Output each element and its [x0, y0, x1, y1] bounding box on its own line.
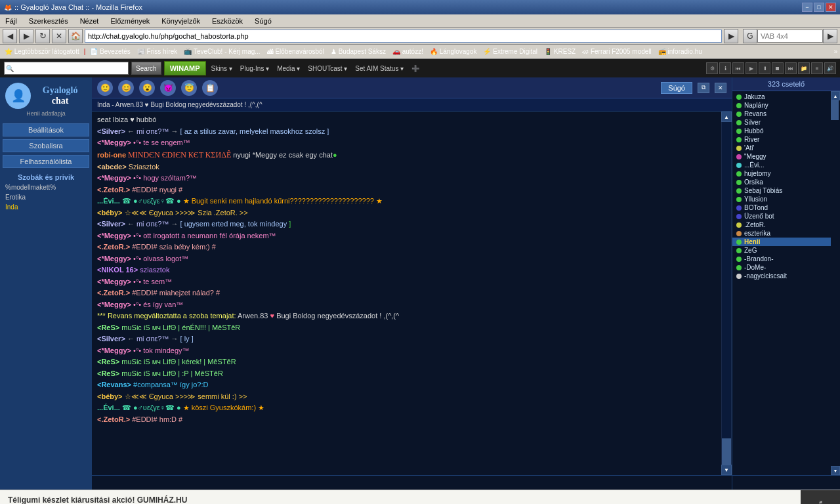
sidebar-sub-erotika[interactable]: Erotika: [0, 192, 92, 202]
chat-scrollbar[interactable]: ▲ ▼: [721, 112, 732, 475]
reload-button[interactable]: ↻: [35, 29, 50, 43]
chat-close-icon[interactable]: ✕: [715, 83, 726, 93]
sidebar-sub-inda[interactable]: Inda: [0, 202, 92, 212]
chat-icon-5[interactable]: 😇: [181, 80, 197, 96]
sidebar-item-userlist[interactable]: Felhasználólista: [3, 155, 89, 168]
winamp-vol[interactable]: 🔊: [824, 62, 836, 74]
bookmark-budapest[interactable]: ♟ Budapest Sáksz: [329, 47, 388, 56]
users-filter-input[interactable]: [732, 476, 840, 490]
users-scroll-thumb[interactable]: [831, 100, 839, 120]
user-item[interactable]: River: [732, 135, 831, 144]
user-item[interactable]: -DoMe-: [732, 263, 831, 272]
bookmark-inforadio[interactable]: 📻 inforadio.hu: [656, 47, 704, 56]
back-button[interactable]: ◀: [3, 29, 17, 43]
sidebar-sub-modell[interactable]: %modellmakett%: [0, 182, 92, 192]
help-button[interactable]: Súgó: [661, 82, 692, 94]
winamp-skins[interactable]: Skins ▾: [209, 65, 235, 72]
menu-edit[interactable]: Szerkesztés: [26, 16, 71, 26]
forward-button[interactable]: ▶: [19, 29, 33, 43]
users-scroll-down[interactable]: ▼: [831, 466, 840, 475]
menu-view[interactable]: Nézet: [77, 16, 102, 26]
winamp-settings-icon[interactable]: ⚙: [706, 62, 718, 74]
user-item[interactable]: Yllusion: [732, 195, 831, 203]
bookmark-kresz[interactable]: 🚦 KRESZ: [542, 47, 578, 56]
bookmark-ferrari[interactable]: 🏎 Ferrari F2005 modell: [580, 47, 654, 56]
sidebar-item-settings[interactable]: Beállítások: [3, 123, 89, 136]
winamp-eq[interactable]: ≡: [811, 62, 823, 74]
winamp-stop[interactable]: ⏹: [772, 62, 784, 74]
user-item[interactable]: 'Ati': [732, 144, 831, 152]
menu-history[interactable]: Előzmények: [108, 16, 152, 26]
bookmark-extreme[interactable]: ⚡ Extreme Digital: [481, 47, 539, 56]
user-item[interactable]: ...Évi...: [732, 161, 831, 169]
menu-bookmarks[interactable]: Könyvjelzők: [159, 16, 203, 26]
winamp-media[interactable]: Media ▾: [274, 65, 303, 72]
user-item[interactable]: -nagyciciscsait: [732, 272, 831, 280]
scroll-thumb[interactable]: [722, 438, 731, 465]
winamp-open[interactable]: 📁: [798, 62, 810, 74]
scroll-down-button[interactable]: ▼: [721, 465, 732, 475]
winamp-play[interactable]: ▶: [746, 62, 757, 74]
winamp-plugins[interactable]: Plug-Ins ▾: [238, 65, 272, 72]
bookmark-autozzo[interactable]: 🚗 autózz!: [390, 47, 425, 56]
winamp-shoutcast[interactable]: SHOUTcast ▾: [305, 65, 350, 72]
winamp-prev[interactable]: ⏮: [732, 62, 744, 74]
user-item[interactable]: ZeG: [732, 246, 831, 255]
minimize-button[interactable]: −: [802, 3, 812, 12]
bookmark-bevetetes[interactable]: 📄 Bevezetés: [88, 47, 132, 56]
scroll-up-button[interactable]: ▲: [721, 112, 732, 122]
winamp-logo[interactable]: WINAMP: [164, 61, 206, 75]
users-scrollbar[interactable]: ▲ ▼: [831, 91, 840, 475]
user-item-highlighted[interactable]: Henii: [732, 238, 831, 246]
user-item[interactable]: Revans: [732, 110, 831, 118]
search-button[interactable]: Search: [131, 62, 161, 75]
chat-icon-1[interactable]: 🙂: [97, 80, 113, 96]
chat-icon-6[interactable]: 📋: [202, 80, 218, 96]
sidebar-item-roomlist[interactable]: Szobalisra: [3, 139, 89, 152]
bookmark-lang[interactable]: 🔥 Lánglovagok: [428, 47, 479, 56]
bookmarks-more[interactable]: »: [833, 48, 837, 55]
user-item[interactable]: Hubbó: [732, 127, 831, 135]
user-item[interactable]: Orsika: [732, 178, 831, 186]
user-item[interactable]: Üzenő bot: [732, 212, 831, 220]
bookmark-most-visited[interactable]: ⭐ Legtöbbször látogatott: [3, 47, 81, 56]
winamp-pause[interactable]: ⏸: [759, 62, 770, 74]
home-button[interactable]: 🏠: [68, 29, 83, 43]
user-item[interactable]: Naplány: [732, 101, 831, 110]
bookmark-elob[interactable]: 🏙 Előbenavárosból: [265, 47, 326, 56]
search-input[interactable]: [14, 65, 127, 72]
menu-help[interactable]: Súgó: [252, 16, 274, 26]
browser-search-button[interactable]: ▶: [823, 29, 837, 43]
ad-content[interactable]: Téligumi készlet kiárusítási akció! GUMI…: [0, 490, 801, 504]
scroll-track[interactable]: [722, 122, 731, 465]
users-scroll-up[interactable]: ▲: [831, 91, 840, 100]
user-item[interactable]: "Meggy: [732, 152, 831, 161]
user-item[interactable]: eszterika: [732, 229, 831, 238]
close-button[interactable]: ✕: [826, 3, 836, 12]
user-item[interactable]: .ZetoR.: [732, 220, 831, 229]
chat-maximize-icon[interactable]: ⧉: [698, 83, 709, 93]
profile-tooltip[interactable]: Henii adatlapja: [5, 110, 87, 117]
browser-search-input[interactable]: [757, 30, 823, 43]
maximize-button[interactable]: □: [814, 3, 824, 12]
user-item[interactable]: hujetomy: [732, 169, 831, 178]
winamp-aim[interactable]: Set AIM Status ▾: [352, 65, 406, 72]
chat-icon-3[interactable]: 😮: [139, 80, 155, 96]
winamp-info[interactable]: ℹ: [719, 62, 731, 74]
chat-icon-2[interactable]: 😊: [118, 80, 134, 96]
user-item[interactable]: BOTond: [732, 203, 831, 212]
ad-side[interactable]: ctinetwork: [801, 490, 840, 504]
winamp-add[interactable]: ➕: [409, 65, 422, 72]
stop-button[interactable]: ✕: [52, 29, 66, 43]
menu-file[interactable]: Fájl: [3, 16, 20, 26]
chat-icon-4[interactable]: 😈: [160, 80, 176, 96]
go-button[interactable]: ▶: [724, 29, 738, 43]
user-item[interactable]: -Brandon-: [732, 255, 831, 263]
menu-tools[interactable]: Eszközök: [209, 16, 245, 26]
bookmark-teve[interactable]: 📺 TeveClub! - Kérj mag...: [182, 47, 262, 56]
bookmark-friss[interactable]: 📰 Friss hírek: [135, 47, 179, 56]
chat-input[interactable]: [92, 476, 732, 490]
winamp-next[interactable]: ⏭: [785, 62, 797, 74]
user-item[interactable]: Silver: [732, 118, 831, 127]
user-item[interactable]: Sebaj Tóbiás: [732, 186, 831, 195]
